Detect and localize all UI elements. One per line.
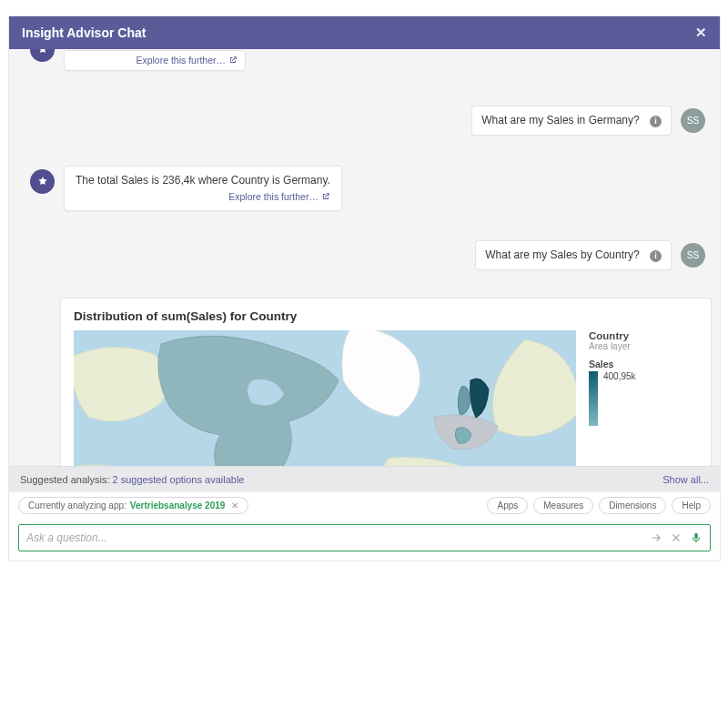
microphone-icon[interactable]	[690, 531, 703, 544]
helper-chips: Apps Measures Dimensions Help	[487, 497, 711, 514]
legend-scale-max: 400,95k	[603, 371, 636, 381]
context-bar: Currently analyzing app: Vertriebsanalys…	[9, 491, 720, 519]
suggest-link[interactable]: 2 suggested options available	[113, 474, 245, 485]
chip-apps[interactable]: Apps	[487, 497, 528, 514]
explore-further-link[interactable]: Explore this further…	[136, 55, 238, 66]
show-all-link[interactable]: Show all...	[662, 474, 709, 485]
bot-text: The total Sales is 236,4k where Country …	[76, 174, 330, 187]
clear-input-icon[interactable]	[670, 531, 682, 544]
legend-subtitle: Area layer	[589, 341, 698, 351]
user-text: What are my Sales in Germany?	[481, 114, 639, 126]
chip-measures[interactable]: Measures	[533, 497, 593, 514]
user-bubble: What are my Sales in Germany? i	[471, 106, 672, 136]
user-avatar: SS	[681, 243, 705, 268]
visualization-card: Distribution of sum(Sales) for Country	[60, 298, 712, 466]
info-icon[interactable]: i	[650, 116, 662, 127]
user-avatar: SS	[681, 108, 705, 133]
question-input-box	[18, 524, 711, 551]
analyzing-prefix: Currently analyzing app:	[28, 500, 126, 511]
chat-transcript: Explore this further… What are my Sales …	[9, 49, 720, 466]
user-text: What are my Sales by Country?	[485, 248, 639, 261]
viz-title: Distribution of sum(Sales) for Country	[74, 309, 698, 323]
explore-label: Explore this further…	[136, 55, 226, 66]
bot-bubble: Explore this further…	[64, 50, 246, 71]
input-bar	[9, 519, 720, 561]
external-link-icon	[321, 192, 330, 201]
map-chart[interactable]	[74, 330, 576, 466]
bot-message-partial: Explore this further…	[30, 50, 246, 71]
legend-title: Country	[589, 330, 698, 341]
chip-dimensions[interactable]: Dimensions	[599, 497, 666, 514]
bot-avatar	[30, 49, 55, 62]
panel-title: Insight Advisor Chat	[22, 25, 146, 40]
explore-label: Explore this further…	[228, 191, 318, 202]
suggest-prefix: Suggested analysis:	[20, 474, 113, 485]
bot-avatar	[30, 169, 55, 194]
user-bubble: What are my Sales by Country? i	[475, 240, 672, 270]
explore-further-link[interactable]: Explore this further…	[228, 191, 330, 202]
info-icon[interactable]: i	[650, 250, 662, 262]
app-name: Vertriebsanalyse 2019	[130, 500, 226, 511]
analyzing-app-chip[interactable]: Currently analyzing app: Vertriebsanalys…	[18, 497, 248, 514]
suggested-analysis-bar: Suggested analysis: 2 suggested options …	[9, 466, 720, 491]
question-input[interactable]	[26, 531, 642, 544]
map-legend: Country Area layer Sales 400,95k	[589, 330, 698, 466]
submit-arrow-icon[interactable]	[650, 531, 662, 544]
external-link-icon	[228, 56, 238, 65]
close-icon[interactable]: ✕	[695, 25, 707, 41]
clear-app-icon[interactable]: ✕	[231, 500, 238, 511]
bot-message-1: The total Sales is 236,4k where Country …	[30, 166, 342, 211]
user-message-1: What are my Sales in Germany? i SS	[471, 106, 705, 136]
bot-bubble: The total Sales is 236,4k where Country …	[64, 166, 342, 211]
legend-measure: Sales	[589, 359, 698, 369]
panel-header: Insight Advisor Chat ✕	[9, 16, 720, 49]
user-message-2: What are my Sales by Country? i SS	[475, 240, 705, 270]
chat-panel: Insight Advisor Chat ✕ Explore this furt…	[8, 15, 721, 561]
chip-help[interactable]: Help	[672, 497, 711, 514]
legend-scale-bar	[589, 371, 598, 426]
